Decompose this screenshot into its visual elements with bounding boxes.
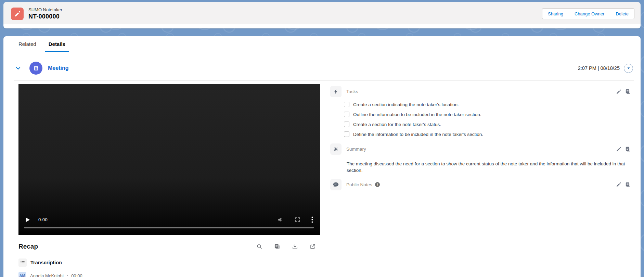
task-label: Define the information to be included in… bbox=[353, 132, 483, 137]
meeting-title-link[interactable]: Meeting bbox=[48, 65, 68, 71]
summary-section: Summary The meeting discussed the need f… bbox=[330, 143, 632, 174]
summary-header: Summary bbox=[330, 143, 632, 155]
content-columns: 0:00 Recap bbox=[3, 80, 641, 277]
object-label: SUMO Notetaker bbox=[28, 7, 62, 12]
delete-button[interactable]: Delete bbox=[610, 8, 634, 19]
task-checkbox[interactable] bbox=[344, 102, 349, 107]
bolt-icon bbox=[330, 86, 342, 97]
copy-icon[interactable] bbox=[625, 182, 631, 188]
task-item: Define the information to be included in… bbox=[344, 131, 632, 137]
record-detail-card: Related Details Meeting 2:07 PM | 08/18/… bbox=[3, 36, 641, 277]
copy-icon[interactable] bbox=[274, 243, 280, 250]
speaker-avatar: AM bbox=[18, 272, 26, 277]
video-controls-right bbox=[277, 216, 313, 223]
public-notes-label: Public Notes bbox=[346, 182, 372, 187]
chat-icon bbox=[330, 179, 342, 190]
record-titles: SUMO Notetaker NT-000000 bbox=[28, 7, 62, 20]
copy-icon[interactable] bbox=[625, 89, 631, 95]
recap-header: Recap bbox=[18, 243, 320, 250]
video-controls: 0:00 bbox=[25, 216, 313, 223]
entry-separator: • bbox=[67, 274, 68, 277]
tasks-label: Tasks bbox=[346, 89, 358, 94]
list-icon bbox=[18, 259, 27, 267]
tab-details[interactable]: Details bbox=[45, 37, 69, 52]
note-icon bbox=[33, 65, 39, 72]
task-checkbox[interactable] bbox=[344, 112, 349, 117]
sparkle-icon bbox=[330, 143, 342, 155]
search-icon[interactable] bbox=[256, 243, 262, 250]
change-owner-button[interactable]: Change Owner bbox=[569, 8, 610, 19]
notetaker-object-icon bbox=[11, 8, 24, 20]
fullscreen-icon[interactable] bbox=[295, 217, 300, 223]
task-label: Create a section indicating the note tak… bbox=[353, 102, 459, 107]
chevron-down-icon[interactable] bbox=[15, 65, 21, 71]
tasks-section: Tasks Create a section indicating the no… bbox=[330, 86, 632, 137]
sharing-button[interactable]: Sharing bbox=[542, 8, 569, 19]
summary-text: The meeting discussed the need for a sec… bbox=[347, 161, 631, 174]
meeting-timestamp: 2:07 PM | 08/18/25 bbox=[578, 65, 620, 71]
play-icon[interactable] bbox=[25, 217, 30, 223]
page-title: NT-000000 bbox=[28, 13, 62, 20]
transcription-header: Transcription bbox=[18, 259, 320, 267]
pencil-icon bbox=[14, 10, 21, 17]
edit-icon[interactable] bbox=[616, 89, 621, 95]
video-player[interactable]: 0:00 bbox=[18, 84, 320, 235]
task-checkbox[interactable] bbox=[344, 131, 349, 137]
meeting-section-header: Meeting 2:07 PM | 08/18/25 bbox=[3, 52, 641, 80]
transcription-entry: AM Angela McKnight • 00:00 bbox=[18, 272, 320, 277]
header-bottom-strip bbox=[3, 24, 641, 28]
share-icon[interactable] bbox=[310, 243, 316, 250]
volume-icon[interactable] bbox=[277, 216, 284, 223]
caret-down-icon bbox=[627, 66, 631, 70]
task-label: Outline the information to be included i… bbox=[353, 112, 481, 117]
tasks-header: Tasks bbox=[330, 86, 632, 97]
more-vertical-icon[interactable] bbox=[311, 216, 313, 223]
transcription-label: Transcription bbox=[30, 260, 62, 265]
edit-icon[interactable] bbox=[616, 182, 621, 187]
record-header: SUMO Notetaker NT-000000 Sharing Change … bbox=[3, 2, 641, 24]
summary-label: Summary bbox=[346, 147, 366, 152]
meeting-header-right: 2:07 PM | 08/18/25 bbox=[578, 64, 633, 73]
record-action-buttons: Sharing Change Owner Delete bbox=[542, 8, 634, 19]
right-column: Tasks Create a section indicating the no… bbox=[330, 84, 632, 277]
video-current-time: 0:00 bbox=[38, 217, 48, 222]
public-notes-header: Public Notes i bbox=[330, 179, 632, 190]
record-header-card: SUMO Notetaker NT-000000 Sharing Change … bbox=[3, 2, 641, 28]
tab-related[interactable]: Related bbox=[15, 37, 40, 52]
copy-icon[interactable] bbox=[625, 146, 631, 152]
info-icon[interactable]: i bbox=[375, 182, 380, 187]
meeting-dropdown-button[interactable] bbox=[624, 64, 633, 73]
recap-actions bbox=[256, 243, 316, 250]
task-checkbox[interactable] bbox=[344, 122, 349, 127]
summary-actions bbox=[616, 146, 632, 152]
meeting-avatar bbox=[29, 62, 42, 75]
edit-icon[interactable] bbox=[616, 147, 621, 152]
left-column: 0:00 Recap bbox=[18, 84, 320, 277]
recap-title: Recap bbox=[18, 243, 38, 250]
entry-timestamp: 00:00 bbox=[71, 273, 82, 277]
video-progress-bar[interactable] bbox=[24, 227, 314, 228]
task-item: Create a section for the note taker's st… bbox=[344, 122, 632, 127]
public-notes-actions bbox=[616, 182, 632, 188]
speaker-name: Angela McKnight bbox=[30, 273, 64, 277]
task-label: Create a section for the note taker's st… bbox=[353, 122, 441, 127]
task-item: Create a section indicating the note tak… bbox=[344, 102, 632, 107]
task-item: Outline the information to be included i… bbox=[344, 112, 632, 117]
tab-bar: Related Details bbox=[3, 36, 641, 52]
download-icon[interactable] bbox=[292, 243, 298, 250]
tasks-actions bbox=[616, 89, 632, 95]
public-notes-section: Public Notes i bbox=[330, 179, 632, 190]
